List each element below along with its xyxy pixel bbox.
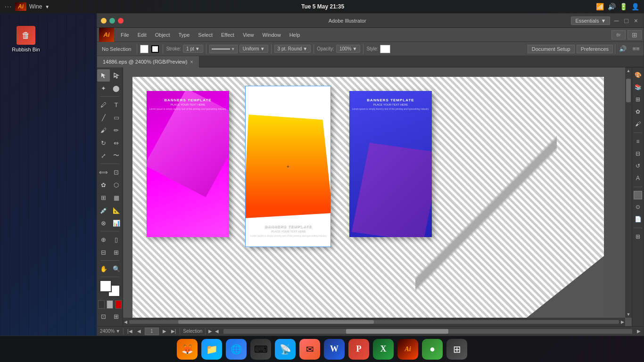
libraries-button[interactable]: 📚 — [633, 82, 643, 92]
measure-tool[interactable]: 📐 — [110, 204, 123, 216]
scale-tool[interactable]: ⤢ — [97, 149, 110, 162]
gradient-tool[interactable]: ▦ — [110, 191, 123, 204]
pencil-tool[interactable]: ✏ — [110, 124, 123, 136]
banner-card-blue[interactable]: BANNERS TEMPLATE PLACE YOUR TEXT HERE Lo… — [349, 91, 432, 237]
taskbar-powerpoint[interactable]: P — [348, 339, 369, 360]
page-field[interactable]: 1 — [145, 328, 159, 335]
vertical-scrollbar[interactable]: ▲ ▼ — [625, 67, 632, 318]
symbol-tool[interactable]: ⊕ — [97, 233, 110, 246]
taskbar-recorder[interactable]: ● — [422, 339, 443, 360]
panels-button[interactable]: ≡≡ — [630, 43, 642, 55]
banner-card-magenta[interactable]: BANNERS TEMPLATE PLACE YOUR TEXT HERE Lo… — [147, 91, 229, 237]
title-btn-min[interactable]: ─ — [612, 16, 620, 25]
perspective-tool[interactable]: ⬡ — [110, 179, 123, 191]
foreground-color[interactable] — [99, 280, 112, 292]
mesh-tool[interactable]: ⊞ — [97, 191, 110, 204]
horizontal-scrollbar[interactable]: ◀ ▶ — [123, 318, 625, 326]
selection-tool[interactable] — [97, 69, 110, 82]
essentials-button[interactable]: Essentials ▼ — [571, 16, 610, 25]
brush-panel-button[interactable]: 🖌 — [633, 119, 643, 129]
tab-close-button[interactable]: × — [190, 59, 193, 65]
stroke-uniform-field[interactable]: Uniform ▼ — [239, 45, 268, 53]
workspace-button[interactable]: ⊞ — [627, 30, 642, 40]
change-screen-mode[interactable]: ⊡ — [97, 310, 110, 322]
scroll-right-nav[interactable]: ▶ — [637, 329, 641, 334]
stroke-type-field[interactable]: ▼ — [209, 45, 238, 53]
document-tab[interactable]: 14886.eps @ 2400% (RGB/Preview) × — [97, 56, 199, 67]
align-button[interactable]: ≡ — [633, 137, 643, 146]
menu-window[interactable]: Window — [259, 30, 285, 40]
red-swatch[interactable] — [115, 300, 122, 309]
nav-next[interactable]: ▶ — [162, 329, 167, 334]
taskbar-network[interactable]: 📡 — [275, 339, 296, 360]
zoom-field[interactable]: 2400% ▼ — [100, 329, 120, 334]
layers-button[interactable]: 📄 — [633, 214, 643, 224]
stroke-color-container[interactable] — [150, 44, 160, 54]
lasso-tool[interactable]: ⬤ — [110, 82, 123, 94]
document-setup-button[interactable]: Document Setup — [528, 45, 575, 53]
graph-tool[interactable]: 📊 — [110, 217, 123, 229]
rect-tool[interactable]: ▭ — [110, 111, 123, 123]
nav-first[interactable]: |◀ — [126, 329, 133, 334]
menu-help[interactable]: Help — [286, 30, 304, 40]
dark-swatch[interactable] — [98, 300, 105, 309]
taskbar-firefox[interactable]: 🦊 — [177, 339, 198, 360]
nav-last[interactable]: ▶| — [170, 329, 177, 334]
menu-file[interactable]: File — [117, 30, 133, 40]
bridge-button[interactable]: Br — [611, 30, 626, 40]
scroll-left-nav[interactable]: ◀ — [215, 329, 219, 334]
opacity-button[interactable]: ⊙ — [633, 202, 643, 212]
eyedropper-tool[interactable]: 💉 — [97, 204, 110, 216]
taskbar-illustrator[interactable]: Ai — [397, 339, 418, 360]
scroll-right-button[interactable]: ▶ — [621, 320, 624, 324]
opacity-field[interactable]: 100% ▼ — [336, 45, 360, 53]
status-scrollbar[interactable] — [223, 329, 632, 334]
title-btn-max[interactable]: □ — [622, 16, 630, 25]
scroll-left-button[interactable]: ◀ — [124, 320, 127, 324]
scroll-down-button[interactable]: ▼ — [626, 311, 632, 318]
artboard-tool[interactable]: ⊞ — [110, 246, 123, 258]
rotate-tool[interactable]: ↻ — [97, 137, 110, 149]
symbols-button[interactable]: ✿ — [633, 107, 643, 116]
direct-selection-tool[interactable] — [110, 69, 123, 82]
line-tool[interactable]: ╱ — [97, 111, 110, 123]
playback-button[interactable]: ▶ — [208, 329, 212, 334]
scroll-thumb-v[interactable] — [626, 79, 631, 102]
mid-swatch[interactable] — [107, 300, 113, 309]
dropdown-arrow[interactable]: ▼ — [45, 4, 50, 9]
taskbar-excel[interactable]: X — [373, 339, 394, 360]
column-graph-tool[interactable]: ▯ — [110, 233, 123, 246]
fill-color-swatch[interactable] — [140, 45, 149, 53]
taskbar-word[interactable]: W — [324, 339, 345, 360]
fill-display[interactable] — [634, 191, 642, 199]
title-btn-close[interactable]: × — [632, 16, 640, 25]
swatches-button[interactable]: ⊞ — [633, 95, 643, 104]
blend-tool[interactable]: ⊗ — [97, 217, 110, 229]
stroke-width-field[interactable]: 1 pt ▼ — [183, 45, 203, 53]
minimize-button[interactable] — [101, 18, 107, 24]
menu-select[interactable]: Select — [194, 30, 216, 40]
pen-tool[interactable]: 🖊 — [97, 99, 110, 111]
slice-tool[interactable]: ⊟ — [97, 246, 110, 258]
pathfinder-button[interactable]: ⊟ — [633, 149, 643, 158]
banner-card-yellow[interactable]: + BANNERS TEMPLATE PLACE YOUR TEXT HERE … — [246, 86, 330, 247]
menu-type[interactable]: Type — [175, 30, 194, 40]
paintbrush-tool[interactable]: 🖌 — [97, 124, 110, 136]
warp-tool[interactable]: 〜 — [110, 149, 123, 162]
hand-tool[interactable]: ✋ — [97, 263, 110, 275]
taskbar-apps[interactable]: ⊞ — [446, 339, 467, 360]
menu-edit[interactable]: Edit — [134, 30, 150, 40]
taskbar-files[interactable]: 📁 — [201, 339, 222, 360]
color-panel-button[interactable]: 🎨 — [633, 70, 643, 80]
desktop-rubbish-bin[interactable]: 🗑 Rubbish Bin — [9, 26, 42, 52]
taskbar-terminal[interactable]: ⌨ — [250, 339, 271, 360]
view-mode-button[interactable]: ⊞ — [110, 310, 123, 322]
artboards-button[interactable]: ⊞ — [633, 232, 643, 241]
menu-effect[interactable]: Effect — [217, 30, 238, 40]
close-button[interactable] — [118, 18, 124, 24]
width-tool[interactable]: ⟺ — [97, 166, 110, 178]
scroll-thumb-h[interactable] — [178, 320, 374, 324]
char-styles-button[interactable]: A — [633, 173, 643, 183]
nav-prev[interactable]: ◀ — [136, 329, 142, 334]
menu-view[interactable]: View — [239, 30, 258, 40]
